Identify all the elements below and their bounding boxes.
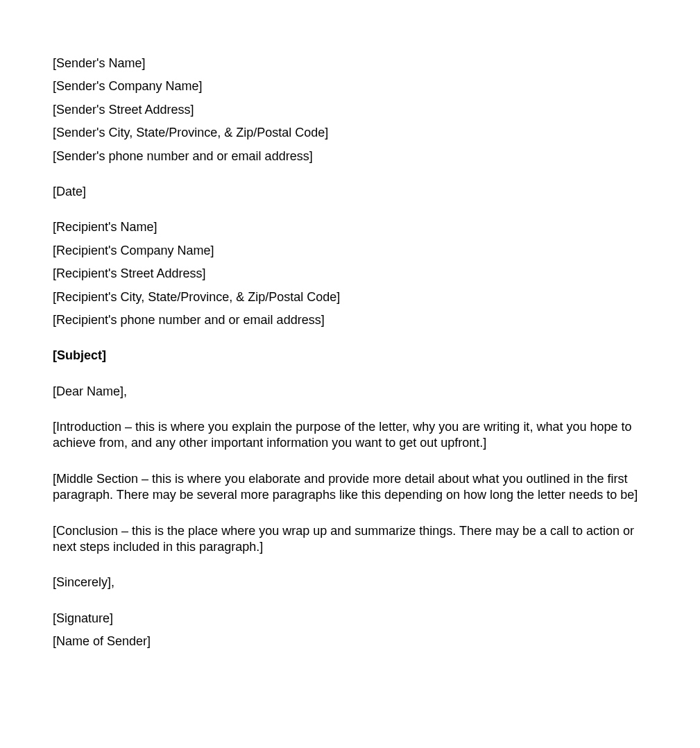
date-block: [Date]	[53, 184, 647, 200]
closing-block: [Sincerely],	[53, 575, 647, 590]
signature-block: [Signature] [Name of Sender]	[53, 611, 647, 650]
sender-company: [Sender's Company Name]	[53, 78, 647, 94]
sender-city-state-zip: [Sender's City, State/Province, & Zip/Po…	[53, 125, 647, 141]
closing: [Sincerely],	[53, 575, 647, 590]
signature: [Signature]	[53, 611, 647, 627]
subject-block: [Subject]	[53, 348, 647, 364]
sender-contact: [Sender's phone number and or email addr…	[53, 148, 647, 164]
introduction-paragraph: [Introduction – this is where you explai…	[53, 419, 647, 452]
salutation: [Dear Name],	[53, 384, 647, 400]
recipient-company: [Recipient's Company Name]	[53, 243, 647, 259]
subject: [Subject]	[53, 348, 647, 364]
recipient-block: [Recipient's Name] [Recipient's Company …	[53, 219, 647, 328]
signature-name: [Name of Sender]	[53, 634, 647, 649]
conclusion-paragraph: [Conclusion – this is the place where yo…	[53, 523, 647, 556]
recipient-city-state-zip: [Recipient's City, State/Province, & Zip…	[53, 289, 647, 305]
middle-paragraph: [Middle Section – this is where you elab…	[53, 471, 647, 504]
recipient-street: [Recipient's Street Address]	[53, 266, 647, 282]
salutation-block: [Dear Name],	[53, 384, 647, 400]
date: [Date]	[53, 184, 647, 200]
recipient-contact: [Recipient's phone number and or email a…	[53, 312, 647, 328]
sender-name: [Sender's Name]	[53, 56, 647, 71]
sender-street: [Sender's Street Address]	[53, 102, 647, 118]
recipient-name: [Recipient's Name]	[53, 219, 647, 235]
sender-block: [Sender's Name] [Sender's Company Name] …	[53, 56, 647, 164]
